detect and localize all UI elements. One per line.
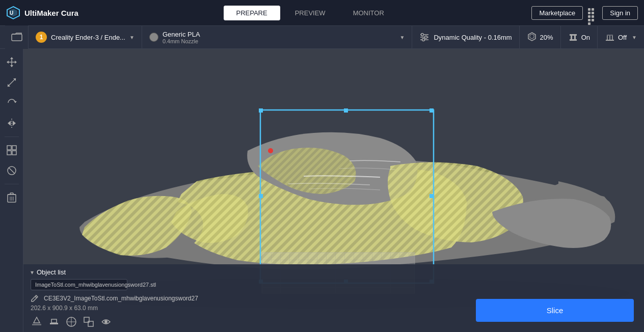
object-list-title: Object list	[37, 268, 66, 276]
printer-dropdown-icon: ▼	[129, 35, 135, 40]
open-file-button[interactable]	[5, 25, 29, 49]
tool-separator-1	[5, 136, 19, 137]
svg-marker-71	[34, 317, 40, 323]
object-list-header: ▾ Object list	[31, 268, 637, 276]
header-right: Marketplace Sign in	[531, 6, 638, 20]
svg-marker-32	[8, 121, 11, 126]
object-list-toggle[interactable]: ▾	[31, 269, 34, 276]
material-selector[interactable]: Generic PLA 0.4mm Nozzle ▼	[142, 25, 413, 49]
printer-selector[interactable]: 1 Creality Ender-3 / Ende... ▼	[29, 25, 142, 49]
svg-rect-14	[574, 36, 576, 39]
svg-marker-11	[530, 34, 534, 39]
svg-rect-17	[607, 35, 613, 36]
tool-separator-2	[5, 184, 19, 184]
svg-marker-30	[14, 101, 17, 103]
object-list-item[interactable]: ImageToStl.com_mhwibglavenusiongsword27.…	[31, 279, 127, 290]
svg-rect-61	[259, 108, 263, 113]
bottom-panel: ▾ Object list ImageToStl.com_mhwibglaven…	[23, 264, 644, 332]
svg-rect-67	[259, 194, 263, 198]
svg-point-59	[268, 148, 273, 153]
toolbar: 1 Creality Ender-3 / Ende... ▼ Generic P…	[0, 25, 644, 49]
svg-line-39	[9, 168, 15, 174]
mirror-icon	[6, 118, 17, 129]
material-dropdown-icon: ▼	[400, 35, 405, 40]
svg-rect-62	[430, 108, 434, 113]
folder-icon	[11, 33, 22, 42]
svg-rect-12	[570, 39, 577, 41]
support-blocker-tool[interactable]	[3, 161, 21, 180]
svg-marker-10	[528, 33, 535, 41]
slice-button[interactable]: Slice	[476, 299, 634, 322]
adhesion-section[interactable]: Off ▼	[598, 25, 644, 49]
delete-tool[interactable]	[3, 188, 21, 207]
signin-button[interactable]: Sign in	[602, 6, 638, 20]
svg-rect-35	[12, 146, 16, 150]
quality-settings-icon	[419, 33, 430, 42]
svg-rect-37	[12, 151, 16, 155]
support-blocker-icon	[6, 165, 17, 176]
svg-rect-36	[7, 151, 11, 155]
viewport[interactable]: ▾ Object list ImageToStl.com_mhwibglaven…	[23, 49, 644, 332]
header: U UltiMaker Cura PREPARE PREVIEW MONITOR…	[0, 0, 644, 25]
nav-preview[interactable]: PREVIEW	[282, 6, 338, 20]
mirror-tool[interactable]	[3, 114, 21, 132]
logo: U UltiMaker Cura	[6, 6, 78, 20]
svg-point-9	[422, 39, 425, 41]
per-model-icon	[6, 145, 17, 156]
material-info: Generic PLA 0.4mm Nozzle	[163, 31, 396, 44]
svg-point-7	[421, 34, 424, 36]
scale-tool[interactable]	[3, 73, 21, 92]
edit-icon[interactable]	[31, 294, 39, 302]
svg-rect-70	[32, 324, 41, 325]
logo-icon: U	[6, 6, 20, 20]
svg-rect-73	[51, 319, 57, 323]
printer-info: Creality Ender-3 / Ende...	[51, 34, 125, 41]
adhesion-status: Off	[618, 34, 627, 41]
nav-prepare[interactable]: PREPARE	[224, 6, 280, 20]
marketplace-button[interactable]: Marketplace	[531, 6, 583, 20]
svg-point-79	[104, 320, 108, 323]
main-area: ▾ Object list ImageToStl.com_mhwibglaven…	[0, 49, 644, 332]
svg-point-8	[425, 36, 427, 39]
merge-icon[interactable]	[100, 316, 112, 328]
per-model-settings-tool[interactable]	[3, 141, 21, 159]
svg-rect-65	[344, 108, 348, 113]
reset-position-icon[interactable]	[31, 316, 43, 328]
scale-icon	[6, 77, 17, 88]
svg-rect-15	[570, 34, 577, 36]
svg-marker-33	[13, 121, 16, 126]
svg-rect-3	[12, 34, 22, 41]
object-item-name: ImageToStl.com_mhwibglavenusiongsword27.…	[35, 282, 123, 288]
svg-marker-26	[15, 61, 17, 64]
svg-text:U: U	[10, 10, 13, 16]
object-edit-name: CE3E3V2_ImageToStl.com_mhwibglavenusiong…	[44, 295, 198, 302]
svg-rect-68	[430, 194, 434, 198]
svg-line-69	[35, 296, 37, 298]
infill-icon	[527, 32, 537, 42]
apps-grid-icon[interactable]	[588, 8, 597, 17]
delete-icon	[7, 192, 16, 203]
slice-button-container: Slice	[476, 299, 634, 322]
rotate-icon	[6, 97, 17, 108]
nav-monitor[interactable]: MONITOR	[340, 6, 397, 20]
center-icon[interactable]	[65, 316, 77, 328]
move-icon	[6, 57, 17, 68]
svg-marker-24	[10, 65, 13, 67]
svg-rect-34	[7, 146, 11, 150]
multiply-icon[interactable]	[83, 316, 95, 328]
material-nozzle: 0.4mm Nozzle	[163, 38, 396, 44]
adhesion-icon	[605, 32, 615, 42]
lay-flat-icon[interactable]	[48, 316, 60, 328]
svg-rect-16	[606, 40, 614, 41]
logo-text: UltiMaker Cura	[24, 9, 78, 17]
printer-name: Creality Ender-3 / Ende...	[51, 34, 125, 41]
svg-marker-23	[10, 57, 13, 59]
infill-section[interactable]: 20%	[520, 25, 561, 49]
svg-marker-25	[7, 61, 9, 64]
move-tool[interactable]	[3, 53, 21, 71]
infill-percentage: 20%	[540, 34, 553, 41]
quality-selector[interactable]: Dynamic Quality - 0.16mm	[412, 25, 519, 49]
support-section[interactable]: On	[561, 25, 598, 49]
adhesion-dropdown-icon: ▼	[632, 35, 637, 40]
rotate-tool[interactable]	[3, 94, 21, 112]
